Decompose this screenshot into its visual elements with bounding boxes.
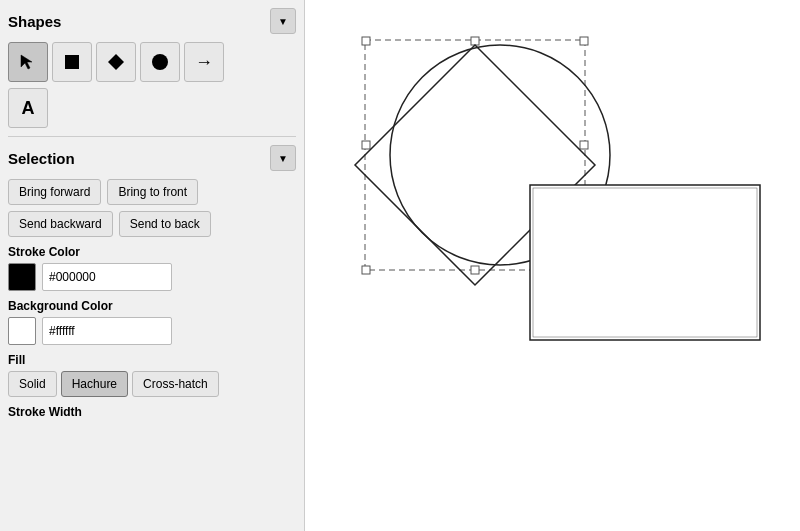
background-color-label: Background Color (8, 299, 296, 313)
text-icon: A (22, 98, 35, 119)
svg-marker-0 (21, 55, 32, 69)
order-buttons-row2: Send backward Send to back (8, 211, 296, 237)
handle-ml (362, 141, 370, 149)
handle-bl (362, 266, 370, 274)
handle-mr (580, 141, 588, 149)
stroke-color-input[interactable] (42, 263, 172, 291)
rectangle-icon (63, 53, 81, 71)
fill-hachure-btn[interactable]: Hachure (61, 371, 128, 397)
canvas-svg (305, 0, 800, 531)
divider-1 (8, 136, 296, 137)
background-color-input[interactable] (42, 317, 172, 345)
background-color-row (8, 317, 296, 345)
send-to-back-btn[interactable]: Send to back (119, 211, 211, 237)
tool-row-1: → (8, 42, 296, 82)
rectangle-shape (530, 185, 760, 340)
arrow-icon: → (195, 52, 213, 73)
handle-bc (471, 266, 479, 274)
selection-section-header: Selection ▼ (8, 145, 296, 171)
canvas-area[interactable] (305, 0, 800, 531)
stroke-width-label: Stroke Width (8, 405, 296, 419)
svg-point-3 (152, 54, 168, 70)
stroke-color-row (8, 263, 296, 291)
send-backward-btn[interactable]: Send backward (8, 211, 113, 237)
selection-section: Selection ▼ Bring forward Bring to front… (8, 145, 296, 237)
fill-label: Fill (8, 353, 296, 367)
handle-tc (471, 37, 479, 45)
svg-rect-1 (65, 55, 79, 69)
selection-title: Selection (8, 150, 75, 167)
ellipse-icon (151, 53, 169, 71)
fill-solid-btn[interactable]: Solid (8, 371, 57, 397)
stroke-color-swatch[interactable] (8, 263, 36, 291)
bring-forward-btn[interactable]: Bring forward (8, 179, 101, 205)
text-tool-btn[interactable]: A (8, 88, 48, 128)
handle-tr (580, 37, 588, 45)
cursor-icon (19, 53, 37, 71)
background-color-swatch[interactable] (8, 317, 36, 345)
shapes-dropdown-btn[interactable]: ▼ (270, 8, 296, 34)
select-tool-btn[interactable] (8, 42, 48, 82)
shapes-section-header: Shapes ▼ (8, 8, 296, 34)
bring-to-front-btn[interactable]: Bring to front (107, 179, 198, 205)
tool-row-2: A (8, 88, 296, 128)
left-panel: Shapes ▼ → A (0, 0, 305, 531)
rectangle-tool-btn[interactable] (52, 42, 92, 82)
stroke-color-label: Stroke Color (8, 245, 296, 259)
ellipse-tool-btn[interactable] (140, 42, 180, 82)
diamond-icon (107, 53, 125, 71)
order-buttons-row1: Bring forward Bring to front (8, 179, 296, 205)
fill-crosshatch-btn[interactable]: Cross-hatch (132, 371, 219, 397)
fill-buttons: Solid Hachure Cross-hatch (8, 371, 296, 397)
shapes-title: Shapes (8, 13, 61, 30)
handle-tl (362, 37, 370, 45)
diamond-tool-btn[interactable] (96, 42, 136, 82)
svg-marker-2 (108, 54, 124, 70)
selection-dropdown-btn[interactable]: ▼ (270, 145, 296, 171)
arrow-tool-btn[interactable]: → (184, 42, 224, 82)
